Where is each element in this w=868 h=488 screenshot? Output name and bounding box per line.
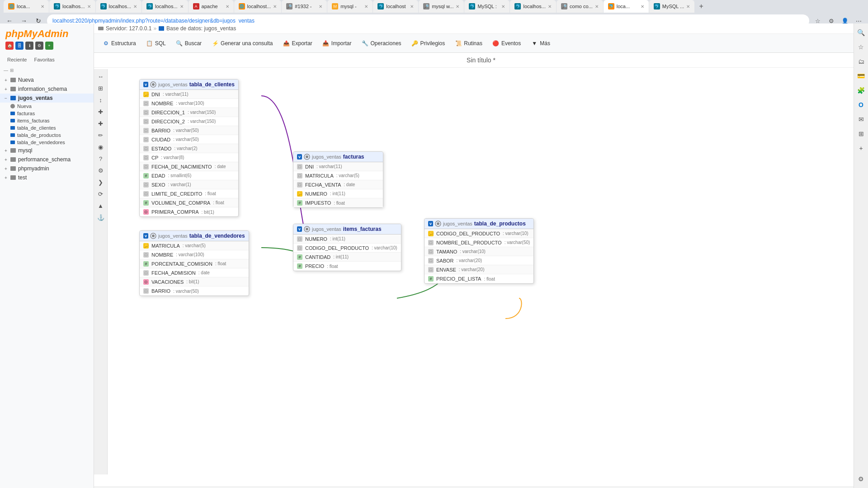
tool-add1[interactable]: ✚ [95,106,106,117]
child-tabla-productos[interactable]: tabla_de_productos [6,131,94,139]
edge-settings[interactable]: ⚙ [856,474,867,484]
tab-apache[interactable]: A apache ✕ [189,0,234,13]
tab-4[interactable]: 🐬 localhos... ✕ [142,0,188,13]
toolbar-consulta[interactable]: ⚡ Generar una consulta [207,38,277,49]
tab-10[interactable]: 🔎 mysql w... ✕ [419,0,464,13]
table-card-items[interactable]: v jugos_ventas items_facturas □ NUMERO :… [293,224,401,271]
tab-close-12[interactable]: ✕ [548,4,552,9]
tab-close-1[interactable]: ✕ [41,4,44,9]
edge-collection[interactable]: 🗂 [856,56,867,67]
pma-icon-db[interactable]: 🗄 [15,42,24,50]
sidebar-item-test[interactable]: + test [0,173,94,182]
table-card-vendedores[interactable]: v jugos_ventas tabla_de_vendedores 🔑 MAT… [139,230,249,296]
toolbar-estructura[interactable]: ⚙ Estructura [98,38,141,49]
edge-extensions[interactable]: 🧩 [856,85,867,96]
field-row-barrio-c: □ BARRIO : varchar(50) [140,126,238,135]
v-button-items[interactable]: v [297,226,302,232]
tab-2[interactable]: 🐬 localhos... ✕ [49,0,95,13]
tool-circle[interactable]: ◉ [95,141,106,152]
tab-11[interactable]: 🐬 MySQL : ✕ [464,0,509,13]
table-card-clientes[interactable]: v jugos_ventas tabla_de_clientes 🔑 DNI :… [139,79,239,217]
sidebar-item-information-schema[interactable]: + information_schema [0,84,94,94]
tab-close-apache[interactable]: ✕ [226,4,229,9]
child-facturas[interactable]: facturas [6,110,94,117]
tool-next[interactable]: ❯ [95,177,106,188]
tab-15[interactable]: 🐬 MySQL ... ✕ [649,0,695,13]
toolbar-eventos[interactable]: 🔴 Eventos [488,38,525,49]
tool-settings[interactable]: ⚙ [95,165,106,176]
null-icon-dir1: □ [143,110,149,115]
tool-edit[interactable]: ✏ [95,130,106,141]
tab-close-8[interactable]: ✕ [364,4,368,9]
edge-wallet[interactable]: 💳 [856,70,867,81]
tab-12[interactable]: 🐬 localhos... ✕ [510,0,556,13]
pma-icon-home[interactable]: 🏠 [5,42,14,50]
sidebar-item-mysql[interactable]: + mysql [0,146,94,155]
pma-icon-settings[interactable]: ⚙ [35,42,43,50]
sidebar-expand-btn[interactable]: ⊞ [10,68,14,73]
tool-anchor[interactable]: ⚓ [95,212,106,223]
tab-close-11[interactable]: ✕ [501,4,505,9]
toolbar-operaciones[interactable]: 🔧 Operaciones [357,38,406,49]
tool-grid[interactable]: ⊞ [95,83,106,94]
sidebar-item-phpmyadmin[interactable]: + phpmyadmin [0,164,94,173]
toolbar-buscar[interactable]: 🔍 Buscar [171,38,206,49]
toolbar-exportar[interactable]: 📤 Exportar [278,38,316,49]
table-card-productos[interactable]: v jugos_ventas tabla_de_productos 🔑 CODI… [424,218,534,284]
sidebar-recent[interactable]: Reciente [5,56,28,63]
tab-14-active[interactable]: 🐬 loca... ✕ [604,0,649,13]
edge-mail[interactable]: ✉ [856,114,867,125]
sidebar-item-jugos-ventas[interactable]: − jugos_ventas [0,94,94,103]
table-card-facturas[interactable]: v jugos_ventas facturas □ DNI : varchar(… [293,151,383,208]
tab-1[interactable]: 🌐 loca... ✕ [4,0,49,13]
v-button-vendedores[interactable]: v [143,233,148,239]
child-items-facturas[interactable]: items_facturas [6,117,94,124]
sidebar-collapse-btn[interactable]: — [4,68,8,73]
child-nueva[interactable]: Nueva [6,103,94,110]
tool-help[interactable]: ? [95,153,106,164]
tab-close-7[interactable]: ✕ [319,4,322,9]
tab-close-4[interactable]: ✕ [180,4,184,9]
edge-o-icon[interactable]: O [856,99,867,110]
tool-add2[interactable]: ✚ [95,118,106,129]
toolbar-sql[interactable]: 📋 SQL [142,38,170,49]
toolbar-privilegios[interactable]: 🔑 Privilegios [407,38,450,49]
edge-plus[interactable]: + [856,143,867,154]
toolbar-mas[interactable]: ▼ Más [526,38,555,49]
tab-6[interactable]: 🌐 localhost... ✕ [234,0,282,13]
tool-resize[interactable]: ↕ [95,94,106,105]
sidebar-item-nueva[interactable]: + Nueva [0,75,94,84]
tab-close-9[interactable]: ✕ [410,4,414,9]
child-tabla-vendedores[interactable]: tabla_de_vendedores [6,139,94,146]
tool-toggle[interactable]: ↔ [95,71,106,82]
tab-13[interactable]: 🔎 como co... ✕ [557,0,603,13]
pma-icon-info[interactable]: ℹ [25,42,33,50]
tab-close-14[interactable]: ✕ [641,4,644,9]
v-button-facturas[interactable]: v [297,154,302,160]
sidebar-favorites[interactable]: Favoritas [32,56,56,63]
tab-8[interactable]: M mysql - ✕ [327,0,373,13]
toolbar-importar[interactable]: 📥 Importar [318,38,356,49]
edge-search[interactable]: 🔍 [856,27,867,38]
edge-apps[interactable]: ⊞ [856,128,867,139]
tab-close-15[interactable]: ✕ [686,4,690,9]
tab-close-3[interactable]: ✕ [133,4,137,9]
v-button-clientes[interactable]: v [143,82,148,87]
tab-3[interactable]: 🐬 localhos... ✕ [96,0,142,13]
v-button-productos[interactable]: v [428,221,433,226]
edge-star[interactable]: ☆ [856,42,867,52]
tab-7[interactable]: 🔎 #1932 - ✕ [282,0,327,13]
tool-up[interactable]: ▲ [95,200,106,211]
new-tab-button[interactable]: + [695,0,708,13]
tab-title-1: loca... [17,4,38,9]
tab-close-6[interactable]: ✕ [273,4,277,9]
sidebar-item-perf-schema[interactable]: + performance_schema [0,155,94,164]
tab-close-10[interactable]: ✕ [456,4,459,9]
tab-close-13[interactable]: ✕ [595,4,599,9]
child-tabla-clientes[interactable]: tabla_de_clientes [6,124,94,131]
pma-icon-plus[interactable]: + [45,42,53,50]
tool-refresh[interactable]: ⟳ [95,188,106,199]
toolbar-rutinas[interactable]: 📜 Rutinas [450,38,487,49]
tab-9[interactable]: 🐬 localhost ✕ [373,0,418,13]
tab-close-2[interactable]: ✕ [87,4,91,9]
